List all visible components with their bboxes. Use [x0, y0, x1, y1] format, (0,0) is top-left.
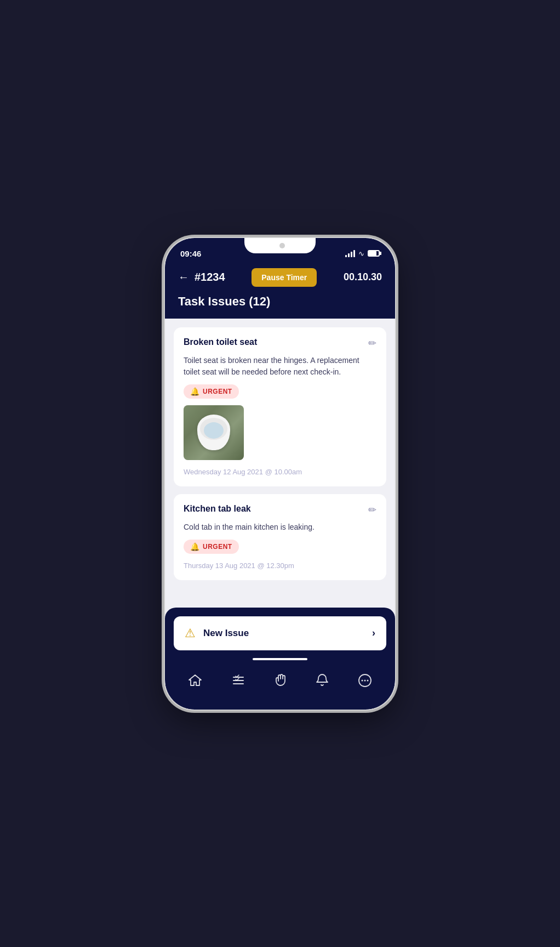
issue-card-2: Kitchen tab leak ✏ Cold tab in the main …: [174, 494, 386, 580]
issue-card-1: Broken toilet seat ✏ Toilet seat is brok…: [174, 327, 386, 486]
phone-screen: 09:46 ∿ ← #1234 Pause Timer 00.10.30: [165, 238, 395, 710]
nav-item-home[interactable]: [181, 672, 209, 689]
issue-description-2: Cold tab in the main kitchen is leaking.: [184, 521, 376, 533]
header-top-row: ← #1234 Pause Timer 00.10.30: [178, 268, 382, 287]
battery-icon: [368, 250, 380, 257]
edit-icon-2[interactable]: ✏: [368, 504, 376, 516]
more-icon: [358, 673, 372, 688]
svg-point-5: [364, 679, 365, 681]
bottom-nav: [174, 665, 386, 701]
new-issue-label: New Issue: [203, 628, 249, 639]
tasks-icon: [231, 674, 245, 687]
issue-title-1: Broken toilet seat: [184, 337, 257, 347]
new-issue-button[interactable]: ⚠ New Issue ›: [174, 616, 386, 650]
status-icons: ∿: [345, 249, 380, 258]
bell-icon: [316, 673, 329, 688]
urgent-badge-2: 🔔 URGENT: [184, 540, 239, 554]
status-bar: 09:46 ∿: [165, 238, 395, 263]
issue-description-1: Toilet seat is broken near the hinges. A…: [184, 355, 376, 378]
page-title: Task Issues (12): [178, 294, 382, 309]
urgent-alarm-icon-2: 🔔: [190, 542, 199, 551]
task-number: #1234: [195, 271, 225, 283]
urgent-label-2: URGENT: [203, 543, 232, 551]
timer-display: 00.10.30: [344, 271, 382, 283]
issue-title-2: Kitchen tab leak: [184, 504, 251, 514]
bottom-action-area: ⚠ New Issue ›: [165, 608, 395, 710]
wifi-icon: ∿: [358, 249, 364, 258]
nav-item-bell[interactable]: [309, 671, 335, 690]
nav-item-hand[interactable]: [267, 671, 294, 690]
back-navigation[interactable]: ← #1234: [178, 271, 225, 283]
issue-image-1: [184, 405, 244, 460]
nav-item-tasks[interactable]: [225, 672, 252, 689]
urgent-badge-1: 🔔 URGENT: [184, 384, 239, 399]
camera-dot: [279, 243, 285, 248]
svg-point-6: [367, 679, 368, 681]
edit-icon-1[interactable]: ✏: [368, 337, 376, 349]
content-area: Broken toilet seat ✏ Toilet seat is brok…: [165, 319, 395, 608]
issue-title-row-2: Kitchen tab leak ✏: [184, 504, 376, 516]
hand-icon: [274, 673, 287, 688]
app-header: ← #1234 Pause Timer 00.10.30 Task Issues…: [165, 263, 395, 319]
pause-timer-button[interactable]: Pause Timer: [252, 268, 317, 287]
svg-point-4: [361, 679, 363, 681]
home-icon: [188, 674, 202, 687]
chevron-right-icon: ›: [372, 627, 375, 639]
toilet-bowl-graphic: [197, 415, 230, 450]
issue-title-row-1: Broken toilet seat ✏: [184, 337, 376, 349]
urgent-label-1: URGENT: [203, 388, 232, 395]
nav-item-more[interactable]: [351, 671, 379, 690]
toilet-photo: [184, 405, 244, 460]
warning-icon: ⚠: [185, 626, 196, 640]
signal-icon: [345, 250, 355, 257]
urgent-alarm-icon-1: 🔔: [190, 387, 199, 396]
home-indicator: [253, 658, 307, 660]
new-issue-left: ⚠ New Issue: [185, 626, 249, 640]
issue-timestamp-1: Wednesday 12 Aug 2021 @ 10.00am: [184, 468, 302, 476]
toilet-inner-graphic: [204, 422, 224, 439]
status-time: 09:46: [180, 249, 201, 258]
notch: [244, 238, 316, 253]
issue-timestamp-2: Thursday 13 Aug 2021 @ 12.30pm: [184, 562, 294, 570]
back-arrow-icon[interactable]: ←: [178, 271, 189, 283]
phone-frame: 09:46 ∿ ← #1234 Pause Timer 00.10.30: [165, 238, 395, 710]
